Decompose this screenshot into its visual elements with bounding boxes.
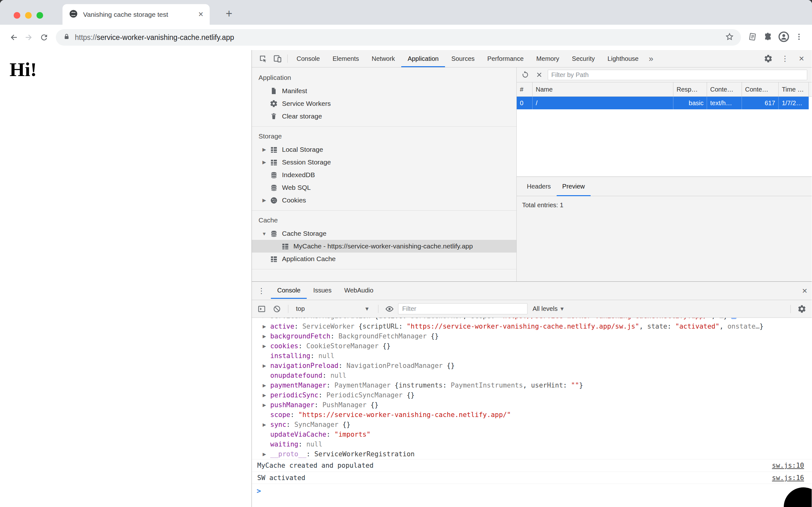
sidebar-item-manifest[interactable]: Manifest	[252, 84, 516, 97]
column-header[interactable]: Time …	[779, 82, 809, 96]
devtools-tab-performance[interactable]: Performance	[481, 50, 530, 67]
cache-table-header: #NameResp…Conte…Conte…Time …	[517, 82, 812, 97]
drawer-tab-console[interactable]: Console	[271, 282, 307, 299]
disclosure-collapsed-icon[interactable]: ▶	[263, 361, 266, 371]
disclosure-collapsed-icon[interactable]: ▶	[263, 341, 266, 351]
console-tree-line[interactable]: onupdatefound: null	[252, 371, 812, 381]
disclosure-collapsed-icon[interactable]: ▶	[263, 322, 266, 331]
more-tabs-chevron[interactable]: »	[645, 54, 657, 64]
settings-gear-icon[interactable]	[761, 50, 775, 67]
devtools-close-icon[interactable]: ×	[795, 54, 809, 64]
disclosure-collapsed-icon[interactable]: ▶	[263, 381, 266, 390]
devtools-tab-lighthouse[interactable]: Lighthouse	[601, 50, 645, 67]
sidebar-item-web[interactable]: Web SQL	[252, 181, 516, 194]
log-levels-dropdown[interactable]: All levels ▼	[529, 305, 567, 313]
devtools-tab-elements[interactable]: Elements	[326, 50, 365, 67]
column-header[interactable]: #	[517, 82, 532, 96]
device-toolbar-icon[interactable]	[270, 50, 285, 67]
detail-tab-preview[interactable]: Preview	[557, 177, 591, 196]
forward-icon[interactable]	[22, 31, 36, 44]
sidebar-item-local[interactable]: ▶Local Storage	[252, 143, 516, 156]
console-tree-line[interactable]: ▶paymentManager: PaymentManager {instrum…	[252, 381, 812, 390]
devtools-tab-memory[interactable]: Memory	[530, 50, 565, 67]
zoom-window-button[interactable]	[37, 12, 43, 19]
sidebar-item-service[interactable]: Service Workers	[252, 97, 516, 110]
devtools-tab-network[interactable]: Network	[365, 50, 401, 67]
console-sidebar-toggle-icon[interactable]	[255, 302, 268, 315]
refresh-icon[interactable]	[519, 68, 532, 81]
console-tree-line[interactable]: ▶navigationPreload: NavigationPreloadMan…	[252, 361, 812, 371]
browser-tab[interactable]: Vanishing cache storage test ×	[62, 4, 210, 25]
extensions-puzzle-icon[interactable]	[763, 32, 773, 43]
console-settings-gear-icon[interactable]	[795, 302, 809, 315]
console-tree-line[interactable]: waiting: null	[252, 440, 812, 449]
disclosure-collapsed-icon[interactable]: ▶	[263, 400, 266, 410]
disclosure-collapsed-icon[interactable]: ▶	[259, 159, 269, 165]
console-tree-line[interactable]: scope: "https://service-worker-vanishing…	[252, 410, 812, 420]
tab-close-icon[interactable]: ×	[198, 10, 203, 19]
console-tree-line[interactable]: ▶cookies: CookieStoreManager {}	[252, 341, 812, 351]
clear-icon[interactable]	[532, 68, 546, 81]
disclosure-collapsed-icon[interactable]: ▶	[259, 147, 269, 153]
extension-note-icon[interactable]	[748, 32, 757, 43]
sidebar-item-cache[interactable]: ▼Cache Storage	[252, 227, 516, 240]
column-header[interactable]: Conte…	[707, 82, 742, 96]
console-prompt[interactable]: >	[252, 484, 812, 498]
console-tree-line[interactable]: ▶pushManager: PushManager {}	[252, 400, 812, 410]
console-tree-line[interactable]: ▶backgroundFetch: BackgroundFetchManager…	[252, 331, 812, 341]
column-header[interactable]: Name	[532, 82, 673, 96]
sidebar-item-session[interactable]: ▶Session Storage	[252, 156, 516, 169]
eye-icon[interactable]	[383, 302, 396, 315]
drawer-tab-issues[interactable]: Issues	[307, 282, 338, 299]
drawer-tab-webaudio[interactable]: WebAudio	[338, 282, 380, 299]
minimize-window-button[interactable]	[25, 12, 32, 19]
console-tree-line[interactable]: updateViaCache: "imports"	[252, 430, 812, 440]
sidebar-item-mycache[interactable]: MyCache - https://service-worker-vanishi…	[252, 240, 516, 252]
console-tree-line[interactable]: ▶periodicSync: PeriodicSyncManager {}	[252, 390, 812, 400]
cache-table-row-selected[interactable]: 0/basictext/h…6171/7/2…	[517, 97, 812, 109]
disclosure-collapsed-icon[interactable]: ▶	[263, 449, 266, 459]
browser-menu-kebab-icon[interactable]	[795, 33, 803, 42]
close-window-button[interactable]	[14, 12, 20, 19]
inspect-cursor-icon[interactable]	[256, 50, 270, 67]
devtools-menu-kebab-icon[interactable]: ⋮	[775, 54, 795, 63]
disclosure-collapsed-icon[interactable]: ▶	[263, 318, 266, 321]
column-header[interactable]: Conte…	[742, 82, 779, 96]
console-tree-line[interactable]: ▶__proto__: ServiceWorkerRegistration	[252, 449, 812, 459]
console-source-link[interactable]: sw.js:16	[772, 472, 804, 484]
drawer-close-icon[interactable]: ×	[798, 286, 812, 296]
filter-by-path-input[interactable]	[548, 70, 807, 80]
clear-console-icon[interactable]	[270, 302, 284, 315]
console-tree-line[interactable]: ▶active: ServiceWorker {scriptURL: "http…	[252, 322, 812, 331]
console-tree-line[interactable]: ▶ServiceWorkerRegistration {active: Serv…	[252, 318, 812, 321]
disclosure-collapsed-icon[interactable]: ▶	[259, 198, 269, 203]
console-token: :	[287, 421, 294, 429]
reload-icon[interactable]	[38, 31, 51, 44]
console-tree-line[interactable]: ▶sync: SyncManager {}	[252, 420, 812, 430]
console-filter-input[interactable]	[398, 303, 527, 314]
execution-context-dropdown[interactable]: top ▼	[293, 305, 374, 313]
profile-avatar-icon[interactable]	[778, 32, 789, 43]
url-bar[interactable]: https://service-worker-vanishing-cache.n…	[56, 29, 741, 46]
disclosure-expanded-icon[interactable]: ▼	[259, 231, 269, 236]
disclosure-collapsed-icon[interactable]: ▶	[263, 390, 266, 400]
devtools-tab-console[interactable]: Console	[290, 50, 326, 67]
sidebar-item-application[interactable]: Application Cache	[252, 252, 516, 265]
console-tree-line[interactable]: installing: null	[252, 351, 812, 361]
drawer-menu-kebab-icon[interactable]: ⋮	[252, 286, 271, 295]
devtools-tab-sources[interactable]: Sources	[445, 50, 481, 67]
console-source-link[interactable]: sw.js:10	[772, 459, 804, 471]
console-token: ServiceWorkerRegistration	[314, 450, 415, 458]
sidebar-item-indexeddb[interactable]: IndexedDB	[252, 169, 516, 181]
sidebar-item-cookies[interactable]: ▶Cookies	[252, 194, 516, 207]
bookmark-star-icon[interactable]	[725, 32, 734, 43]
detail-tab-headers[interactable]: Headers	[521, 177, 557, 196]
new-tab-button[interactable]: +	[222, 7, 236, 20]
disclosure-collapsed-icon[interactable]: ▶	[263, 420, 266, 430]
disclosure-collapsed-icon[interactable]: ▶	[263, 331, 266, 341]
sidebar-item-clear[interactable]: Clear storage	[252, 110, 516, 123]
devtools-tab-security[interactable]: Security	[565, 50, 601, 67]
column-header[interactable]: Resp…	[673, 82, 707, 96]
back-icon[interactable]	[7, 31, 20, 44]
devtools-tab-application[interactable]: Application	[401, 50, 445, 67]
